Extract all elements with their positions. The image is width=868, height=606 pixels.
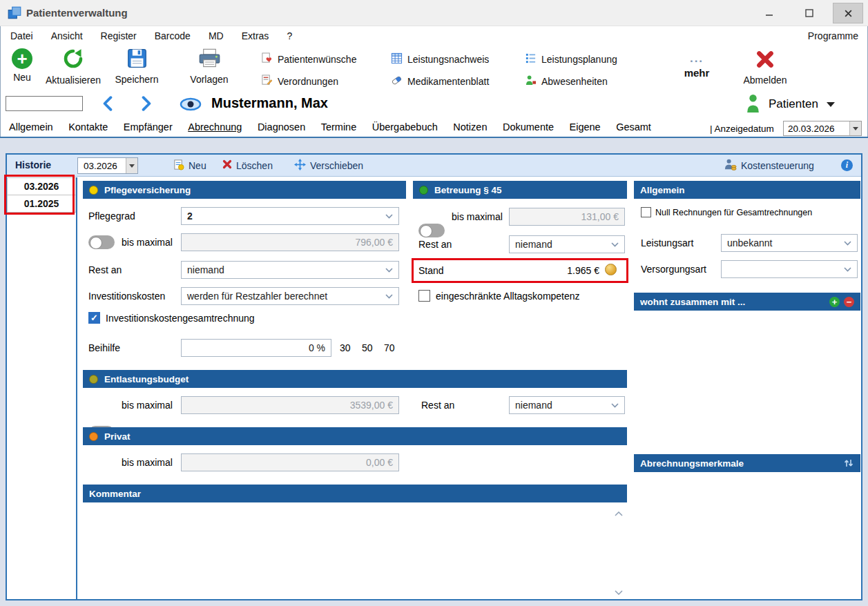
menu-programme[interactable]: Programme [808,30,858,41]
tab-notizen[interactable]: Notizen [447,119,493,135]
toolbar-patientenwuensche-button[interactable]: Patientenwünsche [261,52,356,66]
historie-period-select[interactable]: 03.2026 [77,157,138,174]
toolbar-abmelden-button[interactable]: Abmelden [739,50,791,86]
beihilfe-preset-70[interactable]: 70 [384,342,395,353]
pflege-rest-an-select[interactable]: niemand [181,261,399,279]
toolbar-vorlagen-button[interactable]: Vorlagen [184,48,235,85]
menu-barcode[interactable]: Barcode [146,26,200,46]
tab-empfaenger[interactable]: Empfänger [117,119,179,135]
menu-register[interactable]: Register [92,26,146,46]
chevron-right-icon [141,96,152,111]
anzeigedatum-dropdown-button[interactable] [849,121,861,135]
sort-arrows-icon[interactable] [843,458,854,468]
title-bar [0,0,868,26]
toolbar-leistungsplanung-button[interactable]: Leistungsplanung [525,52,617,66]
null-rechnungen-checkbox[interactable] [641,207,651,217]
leistungsart-select[interactable]: unbekannt [721,234,858,252]
entlastung-rest-an-value: niemand [515,400,552,411]
pflegegrad-value: 2 [187,211,193,222]
scroll-down-icon[interactable] [615,585,623,598]
close-button[interactable] [833,3,863,23]
toolbar-speichern-button[interactable]: Speichern [109,48,164,85]
chevron-down-icon [611,403,619,408]
add-person-button[interactable] [829,297,840,307]
toolbar-leistungsnachweis-button[interactable]: Leistungsnachweis [391,52,489,66]
previous-patient-button[interactable] [102,96,113,114]
kostensteuerung-button[interactable]: Kostensteuerung [724,158,814,173]
toolbar-medikamentenblatt-button[interactable]: Medikamentenblatt [391,75,489,88]
toolbar-mehr-button[interactable]: ... mehr [679,52,715,79]
pflege-bis-maximal-label: bis maximal [122,237,173,248]
eye-icon [178,97,203,111]
tab-eigene[interactable]: Eigene [563,119,607,135]
alltagskompetenz-checkbox[interactable] [418,290,430,302]
patient-name: Mustermann, Max [211,95,328,111]
alltagskompetenz-label: eingeschränkte Alltagskompetenz [436,291,580,302]
pflege-bis-maximal-toggle[interactable] [88,235,115,249]
patients-dropdown-button[interactable]: Patienten [746,94,835,115]
tab-allgemein[interactable]: Allgemein [3,119,59,135]
menu-help[interactable]: ? [278,26,301,46]
close-icon [844,9,853,18]
planning-list-icon [525,52,537,67]
betreuung-bis-maximal-value: 131,00 € [581,211,619,222]
tab-gesamt[interactable]: Gesamt [610,119,657,135]
investitionskosten-select[interactable]: werden für Restzahler berechnet [181,287,399,305]
view-patient-button[interactable] [178,97,203,114]
history-neu-button[interactable]: Neu [173,158,206,173]
info-icon[interactable]: i [841,159,853,171]
beihilfe-preset-30[interactable]: 30 [340,342,351,353]
betreuung-bis-maximal-toggle[interactable] [418,224,445,237]
investitionskosten-gesamtrechnung-checkbox[interactable] [88,312,100,324]
anzeigedatum-field[interactable]: 20.03.2026 [783,121,862,136]
wohnt-zusammen-title: wohnt zusammen mit ... [640,297,745,307]
kommentar-textarea[interactable] [83,502,627,595]
pflegegrad-select[interactable]: 2 [181,207,399,225]
scroll-up-icon[interactable] [615,507,623,519]
allgemein-title: Allgemein [640,185,685,195]
history-verschieben-button[interactable]: Verschieben [294,158,363,173]
wohnt-zusammen-list[interactable] [634,311,860,449]
beihilfe-preset-50[interactable]: 50 [362,342,373,353]
maximize-button[interactable] [794,3,824,23]
history-item-01-2025[interactable]: 01.2025 [7,195,76,213]
entlastung-rest-an-select[interactable]: niemand [509,396,625,414]
abrechnungsmerkmale-panel-header: Abrechnungsmerkmale [634,454,860,472]
toolbar-aktualisieren-button[interactable]: Aktualisieren [39,48,108,86]
beihilfe-field[interactable]: 0 % [181,339,331,357]
toolbar-verordnungen-button[interactable]: Verordnungen [261,75,338,88]
toolbar-neu-button[interactable]: + Neu [4,48,40,83]
absence-person-icon [525,75,537,89]
minimize-button[interactable] [754,3,784,23]
tab-dokumente[interactable]: Dokumente [496,119,560,135]
floppy-disk-icon [127,48,147,71]
wohnt-zusammen-panel-header: wohnt zusammen mit ... [634,293,860,311]
leistungsart-value: unbekannt [727,237,772,248]
prescription-icon [261,75,273,89]
betreuung-rest-an-select[interactable]: niemand [509,235,625,253]
betreuung-rest-an-value: niemand [515,239,552,250]
abrechnungsmerkmale-list[interactable] [634,472,860,595]
move-arrows-icon [294,159,306,173]
printer-icon [198,48,221,71]
historie-period-dropdown-button[interactable] [126,158,137,173]
menu-extras[interactable]: Extras [233,26,278,46]
tab-uebergabebuch[interactable]: Übergabebuch [366,119,444,135]
remove-person-button[interactable] [844,297,854,307]
next-patient-button[interactable] [141,96,152,114]
menu-datei[interactable]: Datei [1,26,42,46]
menu-ansicht[interactable]: Ansicht [42,26,92,46]
patient-search-input[interactable] [6,96,83,111]
tab-diagnosen[interactable]: Diagnosen [251,119,311,135]
versorgungsart-select[interactable] [721,260,858,278]
tab-termine[interactable]: Termine [315,119,363,135]
history-item-03-2026[interactable]: 03.2026 [7,177,76,195]
privat-title: Privat [104,431,131,442]
tab-abrechnung[interactable]: Abrechnung [182,119,248,135]
tab-kontakte[interactable]: Kontakte [62,119,114,135]
plus-circle-icon: + [12,48,32,69]
history-loeschen-button[interactable]: Löschen [222,158,273,173]
toolbar-abwesenheiten-button[interactable]: Abwesenheiten [525,75,608,88]
versorgungsart-label: Versorgungsart [641,264,706,275]
menu-md[interactable]: MD [200,26,233,46]
